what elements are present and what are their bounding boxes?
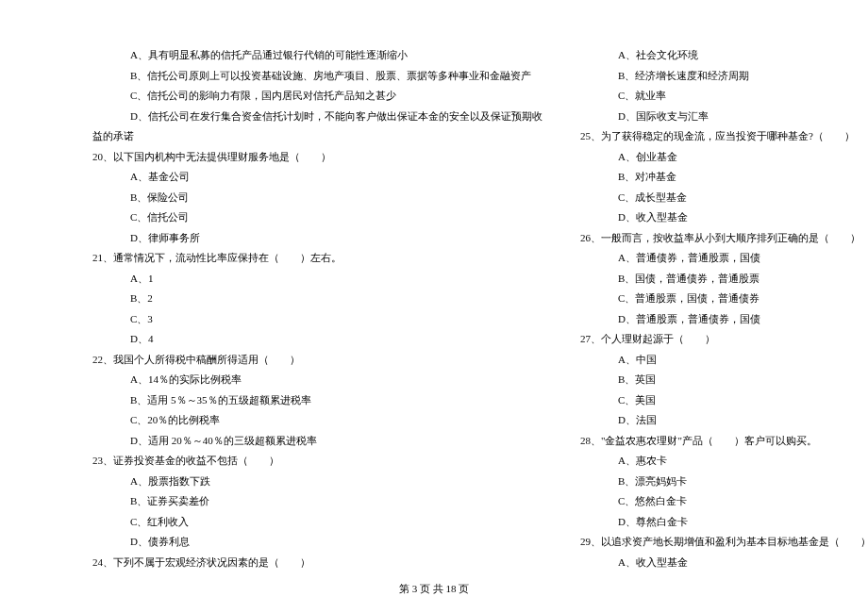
question-25: 25、为了获得稳定的现金流，应当投资于哪种基金?（ ） (580, 126, 868, 147)
option-text: A、1 (92, 269, 542, 290)
option-text: D、普通股票，普通债券，国债 (580, 309, 868, 330)
option-text: C、信托公司的影响力有限，国内居民对信托产品知之甚少 (92, 86, 542, 107)
option-text: B、适用 5％～35％的五级超额累进税率 (92, 390, 542, 411)
option-text: D、法国 (580, 410, 868, 431)
option-text: B、证券买卖差价 (92, 491, 542, 512)
option-text: A、创业基金 (580, 147, 868, 168)
option-text: D、信托公司在发行集合资金信托计划时，不能向客户做出保证本金的安全以及保证预期收 (92, 107, 542, 127)
option-text: B、经济增长速度和经济周期 (580, 66, 868, 87)
option-text: A、中国 (580, 350, 868, 371)
page-footer: 第 3 页 共 18 页 (0, 582, 868, 596)
question-26: 26、一般而言，按收益率从小到大顺序排列正确的是（ ） (580, 228, 868, 249)
option-text: C、信托公司 (92, 207, 542, 228)
option-text: D、尊然白金卡 (580, 512, 868, 533)
option-text: A、具有明显私募的信托产品通过银行代销的可能性逐渐缩小 (92, 45, 542, 66)
option-text: A、收入型基金 (580, 553, 868, 573)
option-text: A、普通债券，普通股票，国债 (580, 248, 868, 269)
option-text: D、4 (92, 329, 542, 350)
option-text: C、红利收入 (92, 512, 542, 533)
option-text: C、3 (92, 309, 542, 330)
option-text: B、信托公司原则上可以投资基础设施、房地产项目、股票、票据等多种事业和金融资产 (92, 66, 542, 87)
option-text: A、惠农卡 (580, 451, 868, 472)
option-text: B、英国 (580, 370, 868, 390)
option-text: D、律师事务所 (92, 228, 542, 249)
option-text: C、悠然白金卡 (580, 491, 868, 512)
option-text: C、20％的比例税率 (92, 410, 542, 431)
question-20: 20、以下国内机构中无法提供理财服务地是（ ） (92, 147, 542, 168)
question-22: 22、我国个人所得税中稿酬所得适用（ ） (92, 350, 542, 371)
option-text: D、国际收支与汇率 (580, 107, 868, 127)
option-text: A、基金公司 (92, 167, 542, 188)
option-text: D、收入型基金 (580, 207, 868, 228)
option-text: D、适用 20％～40％的三级超额累进税率 (92, 431, 542, 452)
option-text: C、普通股票，国债，普通债券 (580, 289, 868, 309)
option-text: B、2 (92, 289, 542, 309)
option-text: A、股票指数下跌 (92, 472, 542, 492)
question-27: 27、个人理财起源于（ ） (580, 329, 868, 350)
option-text: B、漂亮妈妈卡 (580, 472, 868, 492)
question-24: 24、下列不属于宏观经济状况因素的是（ ） (92, 553, 542, 573)
option-text: C、美国 (580, 390, 868, 411)
option-text: A、14％的实际比例税率 (92, 370, 542, 390)
question-21: 21、通常情况下，流动性比率应保持在（ ）左右。 (92, 248, 542, 269)
content-container: A、具有明显私募的信托产品通过银行代销的可能性逐渐缩小 B、信托公司原则上可以投… (92, 45, 811, 572)
question-28: 28、"金益农惠农理财"产品（ ）客户可以购买。 (580, 431, 868, 452)
question-29: 29、以追求资产地长期增值和盈利为基本目标地基金是（ ） (580, 532, 868, 553)
left-column: A、具有明显私募的信托产品通过银行代销的可能性逐渐缩小 B、信托公司原则上可以投… (92, 45, 542, 572)
option-text-continued: 益的承诺 (92, 126, 542, 147)
option-text: B、对冲基金 (580, 167, 868, 188)
option-text: A、社会文化环境 (580, 45, 868, 66)
option-text: C、就业率 (580, 86, 868, 107)
option-text: C、成长型基金 (580, 188, 868, 208)
right-column: A、社会文化环境 B、经济增长速度和经济周期 C、就业率 D、国际收支与汇率 2… (580, 45, 868, 572)
option-text: D、债券利息 (92, 532, 542, 553)
option-text: B、保险公司 (92, 188, 542, 208)
option-text: B、国债，普通债券，普通股票 (580, 269, 868, 290)
question-23: 23、证券投资基金的收益不包括（ ） (92, 451, 542, 472)
